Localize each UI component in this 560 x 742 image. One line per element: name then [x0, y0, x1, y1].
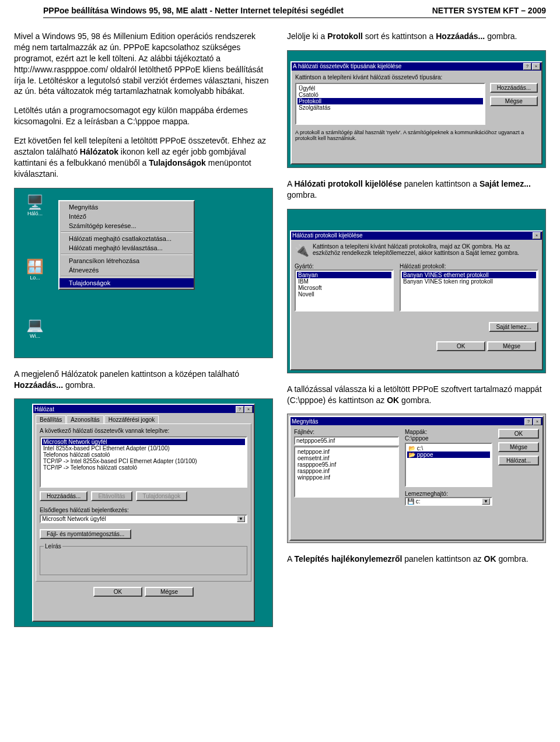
dir-value: C:\pppoe — [405, 435, 492, 442]
ctx-open[interactable]: Megnyitás — [60, 202, 194, 212]
remove-button[interactable]: Eltávolítás — [91, 491, 132, 501]
mycomp-icon[interactable]: 💻 Wi... — [26, 317, 44, 339]
screenshot-desktop-contextmenu: 🖥️ Háló... 🪟 Lo... 💻 Wi... Megnyitás Int… — [14, 188, 273, 358]
dir-list[interactable]: 📂 c:\ 📂 pppoe — [405, 443, 492, 487]
proto-pane: 🔌 Kattintson a telepíteni kívánt hálózat… — [291, 240, 542, 357]
extract-paragraph: Letöltés után a programocsomagot egy kül… — [14, 105, 273, 127]
file-item[interactable]: raspppoe.inf — [296, 468, 397, 474]
types-pane: Kattintson a telepíteni kívánt hálózati … — [292, 71, 541, 145]
list-item-adapter[interactable]: Csatoló — [298, 92, 483, 98]
folder-icon: 📂 — [408, 445, 415, 452]
types-list[interactable]: Ügyfél Csatoló Protokoll Szolgáltatás — [295, 83, 485, 125]
maker-microsoft[interactable]: Microsoft — [297, 285, 391, 291]
dir-label: Mappák: — [405, 429, 492, 435]
proto-item[interactable]: Banyan VINES token ring protokoll — [402, 278, 536, 285]
screenshot-network-panel: Hálózat ?× Beállítás Azonosítás Hozzáfér… — [14, 398, 273, 627]
makers-list[interactable]: Banyan IBM Microsoft Novell — [295, 270, 394, 312]
help-icon[interactable]: ? — [236, 406, 244, 413]
add-button-paragraph: A megjelenő Hálózatok panelen kattintson… — [14, 369, 273, 391]
chevron-down-icon[interactable]: ▼ — [237, 516, 245, 522]
titlebar: Hálózat ?× — [33, 405, 254, 413]
screenshot-types-panel: A hálózati összetevők típusának kijelölé… — [287, 50, 546, 168]
net-pane: A következő hálózati összetevők vannak t… — [36, 424, 251, 582]
network-glyph-icon: 🔌 — [295, 243, 309, 257]
proto-window: Hálózati protokoll kijelölése × 🔌 Kattin… — [290, 230, 543, 370]
cancel-button[interactable]: Mégse — [145, 587, 194, 597]
own-disk-paragraph: A Hálózati protokoll kijelölése panelen … — [287, 178, 546, 201]
close-icon[interactable]: × — [533, 232, 541, 239]
chevron-down-icon[interactable]: ▼ — [482, 498, 490, 505]
file-item[interactable]: netpppoe.inf — [296, 449, 397, 455]
close-icon[interactable]: × — [533, 418, 541, 425]
dir-item: 📂 pppoe — [407, 452, 490, 458]
ctx-shortcut[interactable]: Parancsíkon létrehozása — [60, 256, 194, 265]
ctx-unmap[interactable]: Hálózati meghajtó leválasztása... — [60, 243, 194, 253]
add-button[interactable]: Hozzáadás... — [40, 491, 88, 501]
list-item[interactable]: TCP/IP -> Telefonos hálózati csatoló — [42, 464, 245, 471]
list-item[interactable]: Intel 8255x-based PCI Ethernet Adapter (… — [42, 445, 245, 452]
cancel-button[interactable]: Mégse — [490, 96, 538, 106]
ctx-explorer[interactable]: Intéző — [60, 212, 194, 221]
dir-item: 📂 c:\ — [407, 445, 490, 452]
help-icon[interactable]: ? — [524, 418, 533, 425]
network-window: Hálózat ?× Beállítás Azonosítás Hozzáfér… — [32, 404, 255, 622]
monitors-icon: 🖥️ — [26, 194, 44, 211]
maker-novell[interactable]: Novell — [297, 291, 391, 298]
page-header: PPPoe beállítása Windows 95, 98, ME alat… — [0, 0, 560, 18]
maker-banyan[interactable]: Banyan — [297, 272, 391, 278]
file-share-button[interactable]: Fájl- és nyomtatómegosztás... — [40, 529, 131, 539]
own-disk-button[interactable]: Saját lemez... — [489, 322, 538, 332]
logo-icon[interactable]: 🪟 Lo... — [26, 258, 44, 281]
drive-label: Lemezmeghajtó: — [405, 491, 492, 497]
maker-ibm[interactable]: IBM — [297, 278, 391, 285]
list-item[interactable]: TCP/IP -> Intel 8255x-based PCI Ethernet… — [42, 458, 245, 464]
filename-input[interactable]: netpppoe95.inf — [294, 436, 399, 445]
network-icon[interactable]: 🖥️ Háló... — [26, 194, 44, 216]
titlebar: Megnyitás ?× — [290, 417, 542, 425]
add-button[interactable]: Hozzáadás... — [490, 83, 538, 93]
list-item-service[interactable]: Szolgáltatás — [298, 104, 483, 111]
close-icon[interactable]: × — [532, 63, 540, 70]
protos-list[interactable]: Banyan VINES ethernet protokoll Banyan V… — [400, 270, 538, 312]
cancel-button[interactable]: Mégse — [487, 341, 536, 351]
types-window: A hálózati összetevők típusának kijelölé… — [290, 61, 542, 164]
header-left: PPPoe beállítása Windows 95, 98, ME alat… — [43, 6, 344, 15]
ok-button[interactable]: OK — [436, 341, 485, 351]
file-label: Fájlnév: — [294, 429, 399, 435]
tab-settings[interactable]: Beállítás — [36, 415, 66, 424]
ctx-properties[interactable]: Tulajdonságok — [60, 278, 194, 288]
list-item[interactable]: Telefonos hálózati csatoló — [42, 452, 245, 458]
list-item-client[interactable]: Ügyfél — [298, 85, 483, 92]
net-components-list[interactable]: Microsoft Network ügyfél Intel 8255x-bas… — [40, 436, 247, 488]
proto-item[interactable]: Banyan VINES ethernet protokoll — [402, 272, 536, 278]
net-button-row: OK Mégse — [33, 584, 254, 599]
file-item[interactable]: winpppoe.inf — [296, 474, 397, 481]
network-button[interactable]: Hálózat... — [498, 456, 539, 466]
login-select[interactable]: Microsoft Network ügyfél ▼ — [40, 514, 247, 523]
ok-button[interactable]: OK — [498, 429, 539, 439]
file-item[interactable]: oemsetnt.inf — [296, 455, 397, 461]
file-list[interactable]: netpppoe.inf oemsetnt.inf raspppoe95.inf… — [294, 446, 399, 498]
ctx-rename[interactable]: Átnevezés — [60, 265, 194, 275]
ctx-find[interactable]: Számítógép keresése... — [60, 221, 194, 230]
browse-paragraph: A tallózással válassza ki a letöltött PP… — [287, 384, 546, 406]
open-window: Megnyitás ?× Fájlnév: netpppoe95.inf net… — [289, 416, 544, 541]
list-item[interactable]: Microsoft Network ügyfél — [42, 439, 245, 445]
tab-identity[interactable]: Azonosítás — [66, 415, 103, 424]
cancel-button[interactable]: Mégse — [498, 442, 539, 452]
list-item-protocol[interactable]: Protokoll — [298, 98, 483, 104]
install-paragraph: Ezt követően fel kell telepíteni a letöl… — [14, 135, 273, 180]
content-columns: Mivel a Windows 95, 98 és Millenium Edit… — [0, 24, 560, 645]
makers-label: Gyártó: — [295, 263, 394, 270]
drive-select[interactable]: 💾 c: ▼ — [405, 497, 492, 506]
help-icon[interactable]: ? — [523, 63, 531, 70]
file-item[interactable]: raspppoe95.inf — [296, 461, 397, 468]
screenshot-open-dialog: Megnyitás ?× Fájlnév: netpppoe95.inf net… — [287, 414, 546, 543]
ok-button[interactable]: OK — [93, 587, 142, 597]
pc-icon: 💻 — [26, 317, 44, 333]
tab-access[interactable]: Hozzáférési jogok — [104, 415, 159, 424]
ctx-map[interactable]: Hálózati meghajtó csatlakoztatása... — [60, 234, 194, 243]
header-right: NETTER SYSTEM KFT – 2009 — [432, 6, 546, 15]
close-icon[interactable]: × — [244, 406, 253, 413]
properties-button[interactable]: Tulajdonságok — [136, 491, 188, 501]
